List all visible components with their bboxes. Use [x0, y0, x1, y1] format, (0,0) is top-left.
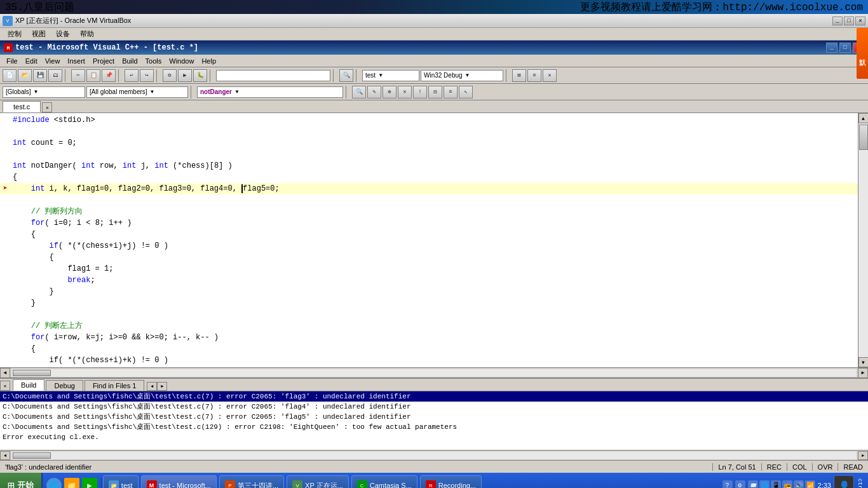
menu-insert[interactable]: Insert [64, 57, 89, 65]
build-config-combo[interactable]: Win32 Debug▼ [421, 70, 503, 81]
open-file-button[interactable]: 📂 [18, 69, 32, 82]
tray-icon-2[interactable]: 🌐 [759, 480, 770, 488]
code-line-7: ➤ int i, k, flag1=0, flag2=0, flag3=0, f… [0, 183, 858, 194]
output-error-line-5: Error executing cl.exe. [0, 432, 868, 442]
menu-window[interactable]: Window [165, 57, 198, 65]
scroll-left-arrow[interactable]: ◄ [0, 368, 10, 378]
tray-help-icon[interactable]: ? [722, 480, 733, 488]
output-tab-debug[interactable]: Debug [46, 380, 83, 391]
paste-button[interactable]: 📌 [102, 69, 116, 82]
globals-combo[interactable]: [Globals]▼ [3, 86, 85, 98]
tb2-btn2[interactable]: ✎ [367, 86, 381, 98]
menu-tools[interactable]: Tools [142, 57, 166, 65]
tab-close-icon[interactable]: ✕ [42, 102, 52, 112]
scroll-up-arrow[interactable]: ▲ [858, 113, 869, 123]
start-label: 开始 [17, 480, 34, 488]
menu-build[interactable]: Build [118, 57, 141, 65]
output-scroll-left-tab[interactable]: ◄ [147, 382, 157, 391]
tb2-btn6[interactable]: ⊟ [428, 86, 442, 98]
output-close-icon[interactable]: ✕ [0, 381, 10, 391]
taskbar-item-vs[interactable]: M test - Microsoft... [141, 475, 217, 488]
vbox-menu-help[interactable]: 帮助 [75, 29, 99, 39]
run-button[interactable]: ▶ [178, 69, 192, 82]
code-editor[interactable]: #include <stdio.h> int count = 0; [0, 113, 858, 367]
tb2-btn1[interactable]: 🔍 [352, 86, 366, 98]
compile-button[interactable]: ⚙ [163, 69, 177, 82]
cursor-icon: ↖ [459, 86, 473, 98]
output-hscroll-right[interactable]: ► [858, 451, 868, 460]
menu-file[interactable]: File [3, 57, 22, 65]
tray-icon-5[interactable]: 🔊 [794, 480, 804, 488]
tray-icon-6[interactable]: 📶 [805, 480, 815, 488]
scroll-right-arrow[interactable]: ► [858, 368, 868, 378]
output-hscroll-left[interactable]: ◄ [0, 451, 10, 460]
ie-icon[interactable]: 🌐 [46, 478, 62, 488]
scroll-thumb[interactable] [859, 125, 868, 150]
taskbar-item-ppt[interactable]: P 第三十四讲... [219, 475, 284, 488]
output-tab-build[interactable]: Build [13, 379, 44, 391]
taskbar-item-recording[interactable]: R Recording... [420, 475, 482, 488]
output-scroll-right-tab[interactable]: ► [157, 382, 167, 391]
code-line-11: { [0, 229, 858, 240]
tb2-btn7[interactable]: ≡ [444, 86, 458, 98]
windows-taskbar: ⊞ 开始 🌐 📁 ▶ 📁 test M test - Microsoft... … [0, 473, 868, 488]
h-scroll-thumb[interactable] [13, 370, 51, 376]
debug-button[interactable]: 🐛 [193, 69, 207, 82]
members-combo[interactable]: [All global members]▼ [86, 86, 188, 98]
output-horizontal-scrollbar[interactable]: ◄ ► [0, 450, 868, 460]
vbox-restore-button[interactable]: □ [844, 17, 854, 25]
project-combo[interactable]: test▼ [362, 70, 419, 81]
code-horizontal-scrollbar[interactable]: ◄ ► [0, 367, 868, 377]
toolbar-extra2[interactable]: ≡ [527, 69, 541, 82]
taskbar-item-camtasia[interactable]: C Camtasia S... [351, 475, 417, 488]
vs-minimize-button[interactable]: _ [826, 43, 837, 53]
copy-button[interactable]: 📋 [86, 69, 100, 82]
file-tab-testc[interactable]: test.c [3, 101, 41, 112]
save-button[interactable]: 💾 [33, 69, 47, 82]
menu-view[interactable]: View [41, 57, 64, 65]
tray-icon-4[interactable]: 📻 [782, 480, 792, 488]
search-field[interactable] [216, 70, 330, 81]
toolbar-extra1[interactable]: ⊞ [512, 69, 526, 82]
start-button[interactable]: ⊞ 开始 [0, 473, 43, 488]
code-content-11: { [10, 229, 858, 240]
scroll-down-arrow[interactable]: ▼ [858, 357, 869, 367]
taskbar-item-test[interactable]: 📁 test [103, 475, 139, 488]
tb2-btn5[interactable]: ! [413, 86, 427, 98]
vbox-menu-control[interactable]: 控制 [3, 29, 27, 39]
vbox-menu-view[interactable]: 视图 [27, 29, 51, 39]
vbox-menubar: 控制 视图 设备 帮助 [0, 28, 868, 41]
taskbar-item-xp[interactable]: V XP 正在运... [287, 475, 349, 488]
menu-project[interactable]: Project [89, 57, 118, 65]
media-icon[interactable]: ▶ [82, 478, 97, 488]
code-content-20: for( i=row, k=j; i>=0 && k>=0; i--, k-- … [10, 332, 858, 343]
vs-restore-button[interactable]: □ [839, 43, 851, 53]
code-line-17: } [0, 297, 858, 309]
new-file-button[interactable]: 📄 [3, 69, 17, 82]
output-hscroll-thumb[interactable] [13, 452, 51, 459]
tray-icon-3[interactable]: 📱 [771, 480, 781, 488]
folder-icon[interactable]: 📁 [64, 478, 79, 488]
code-vertical-scrollbar[interactable]: ▲ ▼ [858, 113, 868, 367]
right-side-banner[interactable]: 默认 [857, 28, 868, 79]
search-button[interactable]: 🔍 [339, 69, 353, 82]
code-line-2 [0, 126, 858, 137]
undo-button[interactable]: ↩ [125, 69, 139, 82]
toolbar-extra3[interactable]: ✕ [543, 69, 557, 82]
save-all-button[interactable]: 🗂 [48, 69, 62, 82]
tray-settings-icon[interactable]: ⚙ [735, 480, 745, 488]
menu-edit[interactable]: Edit [22, 57, 41, 65]
tb2-btn4[interactable]: ✕ [398, 86, 412, 98]
notdanger-combo[interactable]: notDanger▼ [197, 86, 343, 98]
code-content-15: break; [10, 274, 858, 286]
vbox-minimize-button[interactable]: _ [832, 17, 843, 25]
vbox-menu-devices[interactable]: 设备 [51, 29, 75, 39]
vbox-window-controls: _ □ ✕ [832, 17, 865, 25]
tray-icon-1[interactable]: 📨 [748, 480, 758, 488]
redo-button[interactable]: ↪ [140, 69, 154, 82]
output-tab-findinfiles[interactable]: Find in Files 1 [85, 380, 144, 391]
vbox-close-button[interactable]: ✕ [855, 17, 865, 25]
menu-help[interactable]: Help [198, 57, 220, 65]
tb2-btn3[interactable]: ⊕ [383, 86, 397, 98]
cut-button[interactable]: ✂ [71, 69, 85, 82]
